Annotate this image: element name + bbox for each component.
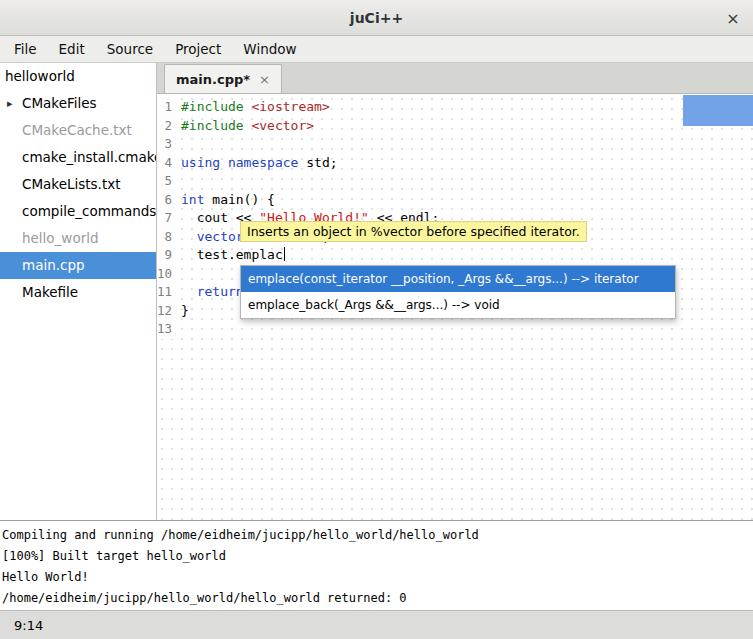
code-line[interactable]: 6int main() { bbox=[157, 191, 753, 210]
main-area: helloworld ▸CMakeFilesCMakeCache.txtcmak… bbox=[0, 63, 753, 520]
code-text: test.emplac bbox=[177, 246, 285, 265]
code-line[interactable]: 3 bbox=[157, 135, 753, 154]
app-window: juCi++ × FileEditSourceProjectWindow hel… bbox=[0, 0, 753, 639]
tab-main-cpp[interactable]: main.cpp* × bbox=[164, 64, 282, 93]
sidebar-item-label: CMakeLists.txt bbox=[22, 176, 121, 192]
menu-item-file[interactable]: File bbox=[3, 37, 48, 61]
title-bar: juCi++ × bbox=[0, 0, 753, 36]
code-editor[interactable]: 1#include <iostream>2#include <vector>34… bbox=[157, 94, 753, 520]
line-number: 7 bbox=[157, 209, 177, 228]
menu-item-window[interactable]: Window bbox=[232, 37, 307, 61]
code-text: #include <vector> bbox=[177, 117, 314, 136]
scrollbar-thumb[interactable] bbox=[683, 95, 753, 126]
menu-item-edit[interactable]: Edit bbox=[48, 37, 96, 61]
sidebar-item-cmakelists-txt[interactable]: CMakeLists.txt bbox=[0, 171, 156, 198]
file-tree-panel: helloworld ▸CMakeFilesCMakeCache.txtcmak… bbox=[0, 63, 157, 520]
line-number: 10 bbox=[157, 265, 177, 284]
tab-close-icon[interactable]: × bbox=[259, 72, 270, 87]
sidebar-item-label: hello_world bbox=[22, 230, 99, 246]
code-line[interactable]: 5 bbox=[157, 172, 753, 191]
expand-arrow-icon[interactable]: ▸ bbox=[7, 90, 13, 117]
code-text: #include <iostream> bbox=[177, 98, 330, 117]
terminal-line: /home/eidheim/jucipp/hello_world/hello_w… bbox=[2, 588, 751, 609]
code-text: using namespace std; bbox=[177, 154, 338, 173]
sidebar-item-label: CMakeCache.txt bbox=[22, 122, 132, 138]
terminal-output: Compiling and running /home/eidheim/juci… bbox=[0, 520, 753, 610]
sidebar-item-hello-world[interactable]: hello_world bbox=[0, 225, 156, 252]
status-bar: 9:14 bbox=[0, 610, 753, 639]
sidebar-item-compile-commands[interactable]: compile_commands. bbox=[0, 198, 156, 225]
terminal-line: Hello World! bbox=[2, 567, 751, 588]
line-number: 9 bbox=[157, 246, 177, 265]
sidebar-item-makefile[interactable]: Makefile bbox=[0, 279, 156, 306]
line-number: 4 bbox=[157, 154, 177, 173]
line-number: 3 bbox=[157, 135, 177, 154]
code-text bbox=[177, 265, 181, 284]
terminal-line: Compiling and running /home/eidheim/juci… bbox=[2, 525, 751, 546]
autocomplete-popup: emplace(const_iterator __position, _Args… bbox=[240, 265, 676, 319]
sidebar-item-cmakefiles[interactable]: ▸CMakeFiles bbox=[0, 90, 156, 117]
line-number: 11 bbox=[157, 283, 177, 302]
editor-column: main.cpp* × 1#include <iostream>2#includ… bbox=[157, 63, 753, 520]
code-text: int main() { bbox=[177, 191, 275, 210]
window-title: juCi++ bbox=[350, 10, 403, 26]
sidebar-item-cmakecache-txt[interactable]: CMakeCache.txt bbox=[0, 117, 156, 144]
line-number: 5 bbox=[157, 172, 177, 191]
sidebar-item-main-cpp[interactable]: main.cpp bbox=[0, 252, 156, 279]
autocomplete-item[interactable]: emplace(const_iterator __position, _Args… bbox=[241, 266, 675, 292]
code-line[interactable]: 9 test.emplac bbox=[157, 246, 753, 265]
sidebar-item-label: Makefile bbox=[22, 284, 78, 300]
cursor-position: 9:14 bbox=[14, 618, 43, 633]
code-text bbox=[177, 320, 181, 339]
code-line[interactable]: 4using namespace std; bbox=[157, 154, 753, 173]
close-window-icon[interactable]: × bbox=[722, 7, 744, 29]
line-number: 8 bbox=[157, 228, 177, 247]
text-cursor bbox=[284, 247, 285, 261]
sidebar-item-label: main.cpp bbox=[22, 257, 85, 273]
terminal-line: [100%] Built target hello_world bbox=[2, 546, 751, 567]
menu-item-source[interactable]: Source bbox=[96, 37, 164, 61]
menu-bar: FileEditSourceProjectWindow bbox=[0, 36, 753, 63]
sidebar-item-cmake-install-cmake[interactable]: cmake_install.cmake bbox=[0, 144, 156, 171]
tab-bar: main.cpp* × bbox=[157, 63, 753, 94]
menu-item-project[interactable]: Project bbox=[164, 37, 232, 61]
autocomplete-item[interactable]: emplace_back(_Args &&__args...) --> void bbox=[241, 292, 675, 318]
code-line[interactable]: 1#include <iostream> bbox=[157, 98, 753, 117]
line-number: 6 bbox=[157, 191, 177, 210]
sidebar-item-label: cmake_install.cmake bbox=[22, 149, 156, 165]
code-text bbox=[177, 135, 181, 154]
doc-tooltip: Inserts an object in %vector before spec… bbox=[240, 221, 587, 242]
code-text bbox=[177, 172, 181, 191]
line-number: 13 bbox=[157, 320, 177, 339]
sidebar-item-label: CMakeFiles bbox=[22, 95, 97, 111]
project-root-label[interactable]: helloworld bbox=[0, 63, 156, 90]
sidebar-item-label: compile_commands. bbox=[22, 203, 156, 219]
line-number: 2 bbox=[157, 117, 177, 136]
code-text: } bbox=[177, 302, 189, 321]
code-line[interactable]: 2#include <vector> bbox=[157, 117, 753, 136]
file-tree: ▸CMakeFilesCMakeCache.txtcmake_install.c… bbox=[0, 90, 156, 306]
code-line[interactable]: 13 bbox=[157, 320, 753, 339]
tab-label: main.cpp* bbox=[176, 72, 250, 87]
line-number: 1 bbox=[157, 98, 177, 117]
line-number: 12 bbox=[157, 302, 177, 321]
